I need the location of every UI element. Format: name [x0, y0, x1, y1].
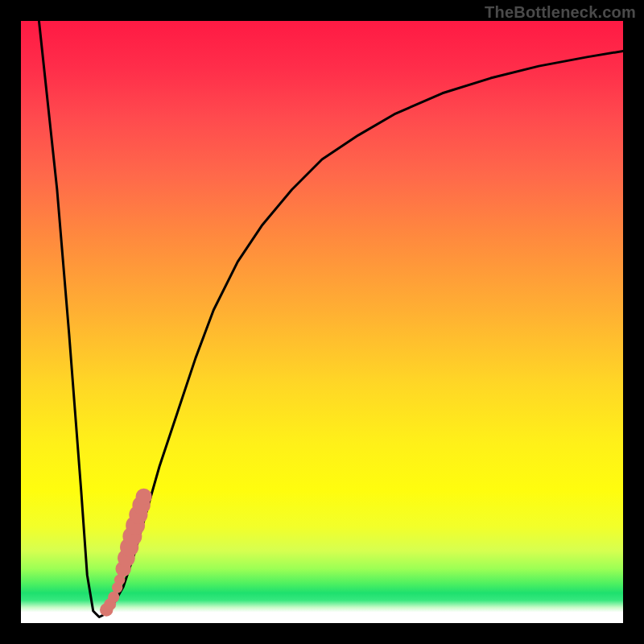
highlight-dot [120, 538, 138, 556]
highlight-dot [122, 526, 142, 546]
highlight-dot [112, 582, 122, 592]
highlight-dot [118, 549, 135, 567]
highlight-dot [104, 598, 116, 610]
chart-stage: TheBottleneck.com [0, 0, 644, 644]
chart-svg-layer [21, 21, 623, 623]
highlight-dot [135, 489, 151, 505]
watermark-text: TheBottleneck.com [485, 3, 636, 22]
bottleneck-curve [39, 21, 623, 617]
plot-area [21, 21, 623, 623]
highlight-dot [126, 516, 145, 535]
highlight-dot [132, 496, 150, 514]
highlight-dot [129, 506, 147, 524]
highlighted-points-group [100, 489, 152, 617]
highlight-dot [115, 561, 130, 576]
highlight-dot [100, 603, 113, 616]
highlight-dot [114, 574, 125, 584]
highlight-dot [108, 592, 119, 603]
